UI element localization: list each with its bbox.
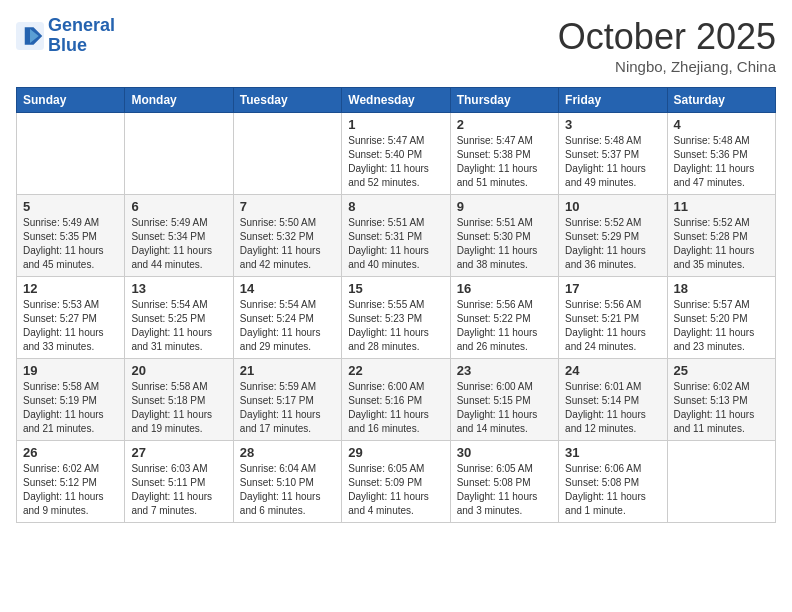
calendar-cell: 2Sunrise: 5:47 AM Sunset: 5:38 PM Daylig… (450, 113, 558, 195)
day-info: Sunrise: 6:03 AM Sunset: 5:11 PM Dayligh… (131, 462, 226, 518)
logo-icon (16, 22, 44, 50)
day-info: Sunrise: 5:51 AM Sunset: 5:31 PM Dayligh… (348, 216, 443, 272)
day-number: 5 (23, 199, 118, 214)
logo-line2: Blue (48, 36, 115, 56)
day-number: 15 (348, 281, 443, 296)
weekday-header: Thursday (450, 88, 558, 113)
calendar-cell: 25Sunrise: 6:02 AM Sunset: 5:13 PM Dayli… (667, 359, 775, 441)
day-number: 2 (457, 117, 552, 132)
logo: General Blue (16, 16, 115, 56)
day-info: Sunrise: 5:54 AM Sunset: 5:24 PM Dayligh… (240, 298, 335, 354)
day-number: 25 (674, 363, 769, 378)
day-number: 21 (240, 363, 335, 378)
day-info: Sunrise: 5:54 AM Sunset: 5:25 PM Dayligh… (131, 298, 226, 354)
calendar-cell: 3Sunrise: 5:48 AM Sunset: 5:37 PM Daylig… (559, 113, 667, 195)
weekday-header: Sunday (17, 88, 125, 113)
day-info: Sunrise: 5:47 AM Sunset: 5:40 PM Dayligh… (348, 134, 443, 190)
day-info: Sunrise: 5:58 AM Sunset: 5:18 PM Dayligh… (131, 380, 226, 436)
calendar-week-row: 5Sunrise: 5:49 AM Sunset: 5:35 PM Daylig… (17, 195, 776, 277)
day-info: Sunrise: 5:48 AM Sunset: 5:37 PM Dayligh… (565, 134, 660, 190)
day-number: 27 (131, 445, 226, 460)
day-info: Sunrise: 5:57 AM Sunset: 5:20 PM Dayligh… (674, 298, 769, 354)
day-info: Sunrise: 5:49 AM Sunset: 5:34 PM Dayligh… (131, 216, 226, 272)
day-info: Sunrise: 6:00 AM Sunset: 5:15 PM Dayligh… (457, 380, 552, 436)
calendar-week-row: 19Sunrise: 5:58 AM Sunset: 5:19 PM Dayli… (17, 359, 776, 441)
calendar-cell (17, 113, 125, 195)
day-info: Sunrise: 6:00 AM Sunset: 5:16 PM Dayligh… (348, 380, 443, 436)
calendar-cell (667, 441, 775, 523)
weekday-header: Wednesday (342, 88, 450, 113)
logo-text: General Blue (48, 16, 115, 56)
day-number: 8 (348, 199, 443, 214)
calendar-cell: 17Sunrise: 5:56 AM Sunset: 5:21 PM Dayli… (559, 277, 667, 359)
day-number: 3 (565, 117, 660, 132)
day-number: 4 (674, 117, 769, 132)
calendar-cell: 11Sunrise: 5:52 AM Sunset: 5:28 PM Dayli… (667, 195, 775, 277)
calendar-cell: 10Sunrise: 5:52 AM Sunset: 5:29 PM Dayli… (559, 195, 667, 277)
day-number: 22 (348, 363, 443, 378)
weekday-header: Tuesday (233, 88, 341, 113)
calendar-cell: 28Sunrise: 6:04 AM Sunset: 5:10 PM Dayli… (233, 441, 341, 523)
logo-line1: General (48, 15, 115, 35)
weekday-header: Monday (125, 88, 233, 113)
day-info: Sunrise: 5:59 AM Sunset: 5:17 PM Dayligh… (240, 380, 335, 436)
day-number: 1 (348, 117, 443, 132)
calendar-cell: 21Sunrise: 5:59 AM Sunset: 5:17 PM Dayli… (233, 359, 341, 441)
day-info: Sunrise: 6:05 AM Sunset: 5:09 PM Dayligh… (348, 462, 443, 518)
day-info: Sunrise: 5:56 AM Sunset: 5:22 PM Dayligh… (457, 298, 552, 354)
weekday-header: Saturday (667, 88, 775, 113)
calendar-cell: 27Sunrise: 6:03 AM Sunset: 5:11 PM Dayli… (125, 441, 233, 523)
day-info: Sunrise: 5:53 AM Sunset: 5:27 PM Dayligh… (23, 298, 118, 354)
calendar-week-row: 26Sunrise: 6:02 AM Sunset: 5:12 PM Dayli… (17, 441, 776, 523)
day-number: 13 (131, 281, 226, 296)
calendar-cell: 24Sunrise: 6:01 AM Sunset: 5:14 PM Dayli… (559, 359, 667, 441)
calendar-cell: 13Sunrise: 5:54 AM Sunset: 5:25 PM Dayli… (125, 277, 233, 359)
day-number: 19 (23, 363, 118, 378)
day-info: Sunrise: 6:06 AM Sunset: 5:08 PM Dayligh… (565, 462, 660, 518)
day-info: Sunrise: 5:55 AM Sunset: 5:23 PM Dayligh… (348, 298, 443, 354)
day-info: Sunrise: 5:56 AM Sunset: 5:21 PM Dayligh… (565, 298, 660, 354)
day-number: 28 (240, 445, 335, 460)
day-info: Sunrise: 5:47 AM Sunset: 5:38 PM Dayligh… (457, 134, 552, 190)
day-number: 9 (457, 199, 552, 214)
day-number: 30 (457, 445, 552, 460)
day-number: 23 (457, 363, 552, 378)
day-number: 29 (348, 445, 443, 460)
day-info: Sunrise: 6:04 AM Sunset: 5:10 PM Dayligh… (240, 462, 335, 518)
day-number: 18 (674, 281, 769, 296)
calendar-cell: 31Sunrise: 6:06 AM Sunset: 5:08 PM Dayli… (559, 441, 667, 523)
calendar: SundayMondayTuesdayWednesdayThursdayFrid… (16, 87, 776, 523)
day-number: 12 (23, 281, 118, 296)
calendar-cell (125, 113, 233, 195)
month-title: October 2025 (558, 16, 776, 58)
weekday-header: Friday (559, 88, 667, 113)
day-info: Sunrise: 6:02 AM Sunset: 5:12 PM Dayligh… (23, 462, 118, 518)
calendar-cell: 6Sunrise: 5:49 AM Sunset: 5:34 PM Daylig… (125, 195, 233, 277)
day-number: 11 (674, 199, 769, 214)
calendar-cell: 23Sunrise: 6:00 AM Sunset: 5:15 PM Dayli… (450, 359, 558, 441)
calendar-week-row: 12Sunrise: 5:53 AM Sunset: 5:27 PM Dayli… (17, 277, 776, 359)
day-number: 6 (131, 199, 226, 214)
calendar-cell: 12Sunrise: 5:53 AM Sunset: 5:27 PM Dayli… (17, 277, 125, 359)
calendar-cell: 5Sunrise: 5:49 AM Sunset: 5:35 PM Daylig… (17, 195, 125, 277)
calendar-cell: 18Sunrise: 5:57 AM Sunset: 5:20 PM Dayli… (667, 277, 775, 359)
day-info: Sunrise: 5:58 AM Sunset: 5:19 PM Dayligh… (23, 380, 118, 436)
calendar-cell: 20Sunrise: 5:58 AM Sunset: 5:18 PM Dayli… (125, 359, 233, 441)
day-number: 24 (565, 363, 660, 378)
day-number: 26 (23, 445, 118, 460)
page-header: General Blue October 2025 Ningbo, Zhejia… (16, 16, 776, 75)
day-info: Sunrise: 6:02 AM Sunset: 5:13 PM Dayligh… (674, 380, 769, 436)
day-info: Sunrise: 5:52 AM Sunset: 5:28 PM Dayligh… (674, 216, 769, 272)
day-info: Sunrise: 5:51 AM Sunset: 5:30 PM Dayligh… (457, 216, 552, 272)
calendar-cell: 1Sunrise: 5:47 AM Sunset: 5:40 PM Daylig… (342, 113, 450, 195)
calendar-cell: 14Sunrise: 5:54 AM Sunset: 5:24 PM Dayli… (233, 277, 341, 359)
calendar-cell: 29Sunrise: 6:05 AM Sunset: 5:09 PM Dayli… (342, 441, 450, 523)
day-number: 31 (565, 445, 660, 460)
calendar-cell: 15Sunrise: 5:55 AM Sunset: 5:23 PM Dayli… (342, 277, 450, 359)
day-number: 16 (457, 281, 552, 296)
location: Ningbo, Zhejiang, China (558, 58, 776, 75)
day-number: 14 (240, 281, 335, 296)
calendar-cell: 4Sunrise: 5:48 AM Sunset: 5:36 PM Daylig… (667, 113, 775, 195)
day-info: Sunrise: 5:48 AM Sunset: 5:36 PM Dayligh… (674, 134, 769, 190)
calendar-cell: 19Sunrise: 5:58 AM Sunset: 5:19 PM Dayli… (17, 359, 125, 441)
